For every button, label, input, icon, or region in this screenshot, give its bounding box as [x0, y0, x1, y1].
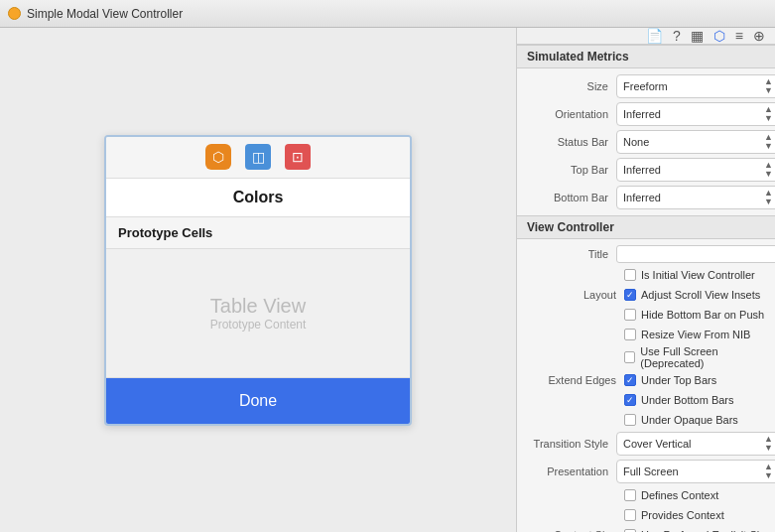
- hide-bottom-row: Hide Bottom Bar on Push: [517, 305, 775, 325]
- adjust-scroll-checkbox[interactable]: ✓: [624, 289, 636, 301]
- adjust-scroll-label: Adjust Scroll View Insets: [641, 289, 760, 301]
- vc-title-label: Title: [517, 248, 616, 260]
- grid-icon[interactable]: ▦: [691, 28, 704, 44]
- provides-context-checkbox[interactable]: [624, 509, 636, 521]
- icon-blue[interactable]: ◫: [245, 144, 271, 170]
- full-screen-label-area: Use Full Screen (Deprecated): [624, 345, 775, 369]
- transition-style-dropdown[interactable]: Cover Vertical ▲▼: [616, 432, 775, 456]
- provides-context-row: Provides Context: [517, 505, 775, 525]
- view-controller-header: View Controller: [517, 215, 775, 239]
- orientation-dropdown[interactable]: Inferred ▲▼: [616, 102, 775, 126]
- simulated-metrics-header: Simulated Metrics: [517, 45, 775, 68]
- inspector-toolbar: 📄 ? ▦ ⬡ ≡ ⊕: [517, 28, 775, 45]
- under-top-checkbox[interactable]: ✓: [624, 374, 636, 386]
- is-initial-label: Is Initial View Controller: [641, 269, 755, 281]
- section-colors-title: Colors: [106, 179, 410, 217]
- status-bar-dropdown[interactable]: None ▲▼: [616, 130, 775, 154]
- size-row: Size Freeform ▲▼: [517, 72, 775, 100]
- status-bar-value-container: None ▲▼: [616, 130, 775, 154]
- status-bar-dropdown-arrow: ▲▼: [764, 133, 773, 151]
- under-bottom-checkbox[interactable]: ✓: [624, 394, 636, 406]
- bottom-bar-dropdown[interactable]: Inferred ▲▼: [616, 186, 775, 209]
- window-title: Simple Modal View Controller: [27, 7, 183, 21]
- top-bar-row: Top Bar Inferred ▲▼: [517, 156, 775, 184]
- orientation-row: Orientation Inferred ▲▼: [517, 100, 775, 128]
- layout-label: Layout: [525, 289, 624, 301]
- size-value-container: Freeform ▲▼: [616, 74, 775, 98]
- transition-style-label: Transition Style: [517, 438, 616, 450]
- under-top-row: Extend Edges ✓ Under Top Bars: [517, 370, 775, 390]
- icon-orange[interactable]: ⬡: [205, 144, 231, 170]
- orientation-label: Orientation: [517, 108, 616, 120]
- presentation-row: Presentation Full Screen ▲▼: [517, 458, 775, 485]
- resize-nib-label-area: Resize View From NIB: [624, 329, 750, 340]
- under-bottom-label: Under Bottom Bars: [641, 394, 734, 406]
- resize-nib-checkbox[interactable]: [624, 329, 636, 340]
- top-bar-dropdown-arrow: ▲▼: [764, 161, 773, 179]
- adjust-scroll-label-area: ✓ Adjust Scroll View Insets: [624, 289, 760, 301]
- presentation-value-container: Full Screen ▲▼: [616, 460, 775, 483]
- hide-bottom-label-area: Hide Bottom Bar on Push: [624, 309, 764, 321]
- bottom-bar-dropdown-arrow: ▲▼: [764, 189, 773, 206]
- inspector-panel: 📄 ? ▦ ⬡ ≡ ⊕ Simulated Metrics Size Freef…: [516, 28, 775, 532]
- size-dropdown[interactable]: Freeform ▲▼: [616, 74, 775, 98]
- under-opaque-label: Under Opaque Bars: [641, 414, 738, 426]
- top-bar-value-container: Inferred ▲▼: [616, 158, 775, 182]
- device-header: ⬡ ◫ ⊡: [106, 137, 410, 179]
- nav-icon[interactable]: ⬡: [713, 28, 725, 44]
- is-initial-row: Is Initial View Controller: [517, 265, 775, 285]
- full-screen-checkbox[interactable]: [624, 351, 635, 363]
- presentation-dropdown[interactable]: Full Screen ▲▼: [616, 460, 775, 483]
- resize-nib-row: Resize View From NIB: [517, 325, 775, 344]
- full-screen-label: Use Full Screen (Deprecated): [640, 345, 775, 369]
- under-opaque-label-area: Under Opaque Bars: [624, 414, 738, 426]
- defines-context-label-area: Defines Context: [624, 489, 718, 501]
- view-controller-properties: Title Is Initial View Controller Layout …: [517, 239, 775, 532]
- presentation-arrow: ▲▼: [764, 463, 773, 480]
- transition-style-arrow: ▲▼: [764, 435, 773, 453]
- vc-title-value: [616, 245, 775, 263]
- under-opaque-row: Under Opaque Bars: [517, 410, 775, 430]
- hide-bottom-checkbox[interactable]: [624, 309, 636, 321]
- size-label: Size: [517, 80, 616, 92]
- under-bottom-row: ✓ Under Bottom Bars: [517, 390, 775, 410]
- presentation-label: Presentation: [517, 466, 616, 477]
- under-opaque-checkbox[interactable]: [624, 414, 636, 426]
- resize-nib-label: Resize View From NIB: [641, 329, 750, 340]
- question-icon[interactable]: ?: [673, 28, 681, 44]
- size-dropdown-arrow: ▲▼: [764, 77, 773, 95]
- defines-context-row: Defines Context: [517, 485, 775, 505]
- prototype-content-label: Prototype Content: [210, 318, 307, 332]
- done-button[interactable]: Done: [106, 378, 410, 424]
- title-bar: Simple Modal View Controller: [0, 0, 775, 28]
- transition-style-row: Transition Style Cover Vertical ▲▼: [517, 430, 775, 458]
- doc-icon[interactable]: 📄: [646, 28, 663, 44]
- provides-context-label-area: Provides Context: [624, 509, 724, 521]
- defines-context-checkbox[interactable]: [624, 489, 636, 501]
- is-initial-checkbox[interactable]: [624, 269, 636, 281]
- device-frame: ⬡ ◫ ⊡ Colors Prototype Cells Table View …: [104, 135, 412, 426]
- under-bottom-label-area: ✓ Under Bottom Bars: [624, 394, 734, 406]
- extend-edges-label: Extend Edges: [525, 374, 624, 386]
- prototype-cells-header: Prototype Cells: [106, 217, 410, 249]
- status-bar-row: Status Bar None ▲▼: [517, 128, 775, 156]
- bottom-bar-row: Bottom Bar Inferred ▲▼: [517, 184, 775, 211]
- table-view-placeholder: Table View Prototype Content: [106, 249, 410, 378]
- top-bar-dropdown[interactable]: Inferred ▲▼: [616, 158, 775, 182]
- provides-context-label: Provides Context: [641, 509, 724, 521]
- expand-icon[interactable]: ⊕: [753, 28, 765, 44]
- main-layout: ⬡ ◫ ⊡ Colors Prototype Cells Table View …: [0, 28, 775, 532]
- window-control[interactable]: [8, 7, 21, 20]
- table-view-label: Table View: [210, 295, 306, 318]
- orientation-value-container: Inferred ▲▼: [616, 102, 775, 126]
- vc-title-input[interactable]: [616, 245, 775, 263]
- list-icon[interactable]: ≡: [735, 28, 743, 44]
- bottom-bar-label: Bottom Bar: [517, 192, 616, 203]
- full-screen-row: Use Full Screen (Deprecated): [517, 344, 775, 370]
- top-bar-label: Top Bar: [517, 164, 616, 176]
- bottom-bar-value-container: Inferred ▲▼: [616, 186, 775, 209]
- under-top-label: Under Top Bars: [641, 374, 716, 386]
- canvas-area: ⬡ ◫ ⊡ Colors Prototype Cells Table View …: [0, 28, 516, 532]
- orientation-dropdown-arrow: ▲▼: [764, 105, 773, 123]
- icon-red[interactable]: ⊡: [285, 144, 311, 170]
